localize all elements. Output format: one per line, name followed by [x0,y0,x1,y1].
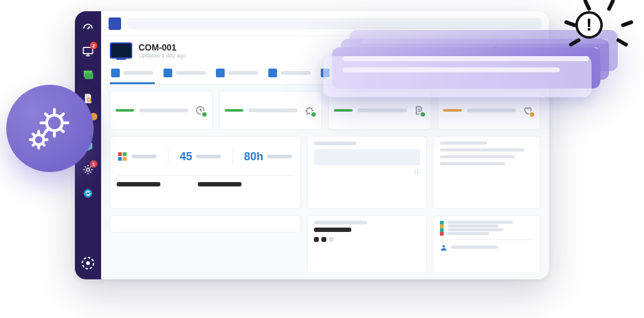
list-item [440,244,534,251]
drag-handle-icon[interactable] [414,169,420,175]
svg-point-25 [84,189,92,197]
svg-line-6 [61,130,64,132]
clock-icon [193,104,207,117]
alert-decoration: ! [550,0,625,62]
gears-icon [22,100,78,157]
exclaim-icon: ! [575,11,603,39]
badge: 1 [90,160,97,168]
device-id: COM-001 [139,42,186,52]
bug-icon [303,104,316,117]
svg-point-18 [87,27,89,29]
svg-line-5 [46,114,48,117]
right-card [433,136,540,208]
tab-1[interactable] [110,65,155,84]
svg-rect-34 [123,153,127,157]
metric-right-value: 80h [244,150,263,163]
content-grid: 45 80h [101,85,549,279]
sidebar-item-software[interactable] [80,67,95,82]
gears-decoration [6,85,94,172]
svg-point-37 [442,245,445,248]
metric-left: 45 [180,150,221,163]
refresh-icon [82,187,94,200]
file-icon [412,104,426,117]
list-item [440,232,534,236]
mid-card-2 [307,215,426,273]
sidebar-item-dashboard[interactable] [80,20,95,35]
status-card-2[interactable] [219,91,322,130]
app-icon[interactable] [109,17,121,30]
svg-rect-35 [118,157,122,161]
svg-point-24 [87,168,90,171]
tab-2[interactable] [162,65,207,84]
metric-os [117,151,157,162]
svg-line-7 [61,114,64,117]
svg-line-14 [33,134,35,136]
metrics-card: 45 80h [110,136,301,208]
sidebar-item-settings[interactable]: 1 [80,162,95,177]
device-thumbnail-icon [110,42,132,59]
svg-line-8 [46,130,48,132]
user-icon [440,244,447,251]
gauge-icon [82,21,94,34]
brand-logo-icon [80,256,95,271]
sidebar-item-sync[interactable] [80,186,95,201]
svg-rect-33 [118,153,122,157]
heart-icon [521,104,535,117]
svg-point-27 [86,261,90,265]
sub-row [117,175,294,186]
status-card-1[interactable] [110,91,213,130]
metric-right: 80h [244,150,292,163]
bottom-left-card [110,215,301,233]
search-input[interactable] [127,18,542,29]
right-card-2 [433,215,540,273]
tab-3[interactable] [215,65,260,84]
sidebar-item-devices[interactable]: 2 [80,44,95,59]
svg-line-15 [42,143,44,145]
svg-line-16 [42,134,44,136]
tab-4[interactable] [267,65,312,84]
windows-icon [117,151,128,162]
stack-icon [82,69,94,81]
svg-rect-36 [123,157,127,161]
metric-left-value: 45 [180,150,192,163]
svg-rect-21 [85,73,93,79]
badge: 2 [90,42,97,49]
device-updated: Updated 1 day ago [139,52,186,59]
svg-line-17 [33,143,35,145]
mid-card [307,136,426,208]
svg-point-0 [47,115,62,130]
